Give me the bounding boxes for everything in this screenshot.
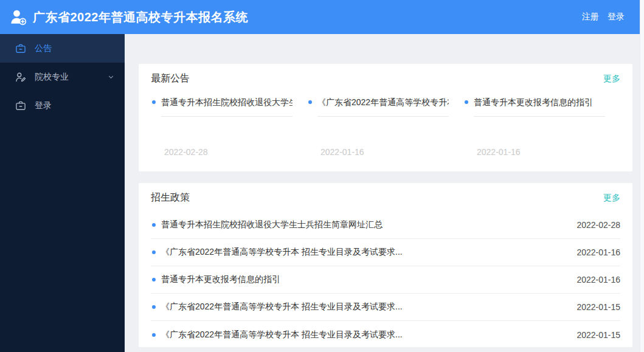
announcement-date: 2022-01-16 — [307, 147, 463, 157]
sidebar-item-institutions-majors[interactable]: 院校专业 — [0, 63, 125, 91]
announcement-date: 2022-02-28 — [151, 147, 307, 157]
table-row[interactable]: 普通专升本更改报考信息的指引 2022-01-16 — [151, 266, 620, 294]
latest-items-row: 普通专升本招生院校招收退役大学生士兵招生简章网址汇总 《广东省2022年普通高等… — [139, 91, 632, 117]
register-link[interactable]: 注册 — [582, 12, 599, 22]
bullet-icon — [152, 278, 156, 281]
chevron-down-icon — [107, 73, 115, 81]
table-row[interactable]: 《广东省2022年普通高等学校专升本 招生专业目录及考试要求... 2022-0… — [151, 294, 620, 321]
bullet-icon — [152, 333, 156, 337]
vertical-scrollbar[interactable] — [640, 0, 644, 352]
page-title: 广东省2022年普通高校专升本报名系统 — [33, 9, 248, 26]
policy-date: 2022-01-15 — [576, 302, 620, 312]
list-item[interactable]: 普通专升本招生院校招收退役大学生士兵招生简章网址汇总 — [151, 96, 307, 117]
policy-link[interactable]: 《广东省2022年普通高等学校专升本 招生专业目录及考试要求... — [161, 330, 567, 340]
policy-link[interactable]: 普通专升本招生院校招收退役大学生士兵招生简章网址汇总 — [161, 219, 567, 230]
app-header: 广东省2022年普通高校专升本报名系统 注册 登录 — [0, 0, 644, 34]
more-link-policies[interactable]: 更多 — [603, 193, 620, 204]
bullet-icon — [152, 250, 156, 254]
announcement-date: 2022-01-16 — [463, 147, 620, 157]
list-item[interactable]: 普通专升本更改报考信息的指引 — [463, 96, 620, 117]
card-title-latest-announcements: 最新公告 — [151, 72, 190, 85]
bullet-icon — [152, 223, 156, 227]
bullet-icon — [465, 100, 468, 104]
policy-link[interactable]: 《广东省2022年普通高等学校专升本 招生专业目录及考试要求... — [161, 302, 567, 312]
policy-date: 2022-01-16 — [576, 247, 620, 257]
table-row[interactable]: 普通专升本招生院校招收退役大学生士兵招生简章网址汇总 2022-02-28 — [151, 212, 620, 239]
briefcase-icon — [15, 43, 27, 55]
table-row[interactable]: 《广东省2022年普通高等学校专升本 招生专业目录及考试要求... 2022-0… — [151, 321, 620, 348]
card-title-admission-policies: 招生政策 — [151, 192, 190, 204]
policy-date: 2022-01-16 — [576, 275, 620, 285]
user-edit-icon — [15, 71, 27, 83]
table-row[interactable]: 《广东省2022年普通高等学校专升本 招生专业目录及考试要求... 2022-0… — [151, 239, 620, 266]
policy-date: 2022-02-28 — [576, 220, 620, 230]
policy-link[interactable]: 普通专升本更改报考信息的指引 — [161, 274, 567, 285]
sidebar-item-label: 公告 — [35, 43, 52, 54]
header-auth-links: 注册 登录 — [582, 12, 635, 22]
list-item[interactable]: 《广东省2022年普通高等学校专升本 招生专业目录及考试要求... — [307, 96, 463, 117]
latest-announcements-card: 最新公告 更多 普通专升本招生院校招收退役大学生士兵招生简章网址汇总 《广东省2… — [139, 64, 632, 171]
sidebar-item-label: 登录 — [35, 100, 52, 111]
sidebar-item-announcements[interactable]: 公告 — [0, 34, 125, 63]
admission-policies-card: 招生政策 更多 普通专升本招生院校招收退役大学生士兵招生简章网址汇总 2022-… — [139, 183, 632, 347]
bullet-icon — [308, 100, 312, 104]
more-link-latest[interactable]: 更多 — [603, 74, 620, 85]
policy-link[interactable]: 《广东省2022年普通高等学校专升本 招生专业目录及考试要求... — [161, 247, 567, 258]
briefcase-icon — [15, 100, 27, 112]
announcement-link[interactable]: 普通专升本招生院校招收退役大学生士兵招生简章网址汇总 — [161, 96, 293, 117]
add-user-icon — [9, 7, 28, 27]
bullet-icon — [152, 305, 156, 309]
announcement-link[interactable]: 普通专升本更改报考信息的指引 — [474, 96, 605, 117]
policy-date: 2022-01-15 — [576, 330, 620, 340]
bullet-icon — [152, 100, 156, 104]
sidebar-item-label: 院校专业 — [35, 72, 69, 83]
login-link[interactable]: 登录 — [608, 12, 625, 22]
main-content: 最新公告 更多 普通专升本招生院校招收退役大学生士兵招生简章网址汇总 《广东省2… — [125, 34, 644, 352]
sidebar: 公告 院校专业 登录 — [0, 34, 125, 352]
sidebar-item-login[interactable]: 登录 — [0, 91, 125, 120]
announcement-link[interactable]: 《广东省2022年普通高等学校专升本 招生专业目录及考试要求... — [317, 96, 449, 117]
policy-list: 普通专升本招生院校招收退役大学生士兵招生简章网址汇总 2022-02-28 《广… — [139, 212, 632, 348]
latest-dates-row: 2022-02-28 2022-01-16 2022-01-16 — [139, 147, 632, 157]
